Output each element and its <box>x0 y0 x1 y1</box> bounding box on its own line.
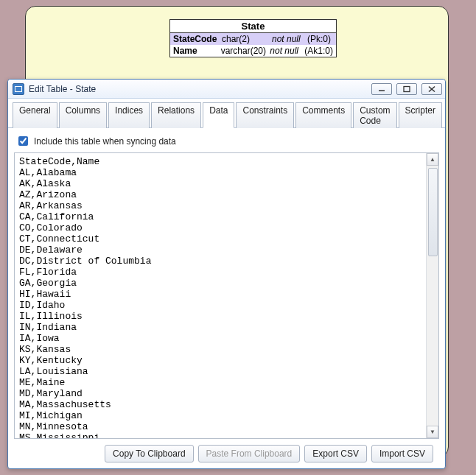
entity-col-null: not null <box>272 34 307 44</box>
tab-general[interactable]: General <box>13 102 57 128</box>
dialog-button-row: Copy To Clipboard Paste From Clipboard E… <box>14 439 439 468</box>
tab-data[interactable]: Data <box>203 102 234 128</box>
app-icon <box>13 83 24 95</box>
scroll-up-button[interactable]: ▲ <box>427 153 438 166</box>
tab-columns[interactable]: Columns <box>59 102 107 128</box>
close-button[interactable] <box>421 83 442 95</box>
maximize-button[interactable] <box>396 83 417 95</box>
entity-state[interactable]: State StateCodechar(2)not null(Pk:0)Name… <box>169 19 337 57</box>
import-csv-button[interactable]: Import CSV <box>371 445 433 462</box>
include-sync-row[interactable]: Include this table when syncing data <box>14 133 439 152</box>
dialog-title: Edit Table - State <box>29 84 96 94</box>
minimize-button[interactable] <box>371 83 392 95</box>
entity-col-type: varchar(20) <box>221 46 270 56</box>
include-sync-checkbox[interactable] <box>18 136 28 146</box>
tab-relations[interactable]: Relations <box>151 102 201 128</box>
scroll-thumb[interactable] <box>428 168 438 256</box>
entity-col-type: char(2) <box>222 34 272 44</box>
titlebar[interactable]: Edit Table - State <box>8 80 445 99</box>
tab-custom-code[interactable]: Custom Code <box>353 102 396 128</box>
edit-table-dialog: Edit Table - State GeneralColumnsIndices… <box>7 79 446 469</box>
csv-editor[interactable]: StateCode,Name AL,Alabama AK,Alaska AZ,A… <box>14 152 439 439</box>
entity-title: State <box>170 20 336 33</box>
scroll-down-button[interactable]: ▼ <box>427 426 438 438</box>
paste-from-clipboard-button[interactable]: Paste From Clipboard <box>198 445 301 462</box>
tab-indices[interactable]: Indices <box>108 102 150 128</box>
svg-rect-1 <box>404 86 410 91</box>
vertical-scrollbar[interactable]: ▲ ▼ <box>426 153 438 438</box>
include-sync-label: Include this table when syncing data <box>34 136 176 147</box>
entity-col-null: not null <box>270 46 304 56</box>
entity-col-key: (Pk:0) <box>307 34 333 44</box>
export-csv-button[interactable]: Export CSV <box>304 445 367 462</box>
tab-constraints[interactable]: Constraints <box>236 102 294 128</box>
copy-to-clipboard-button[interactable]: Copy To Clipboard <box>105 445 194 462</box>
tab-comments[interactable]: Comments <box>295 102 351 128</box>
entity-col-name: Name <box>173 46 221 56</box>
entity-column-row[interactable]: StateCodechar(2)not null(Pk:0) <box>170 33 336 45</box>
csv-text[interactable]: StateCode,Name AL,Alabama AK,Alaska AZ,A… <box>15 153 426 438</box>
entity-col-name: StateCode <box>173 34 222 44</box>
entity-column-row[interactable]: Namevarchar(20)not null(Ak1:0) <box>170 45 336 57</box>
tab-scripter[interactable]: Scripter <box>399 102 442 128</box>
entity-col-key: (Ak1:0) <box>304 46 333 56</box>
tab-strip: GeneralColumnsIndicesRelationsDataConstr… <box>8 99 445 128</box>
